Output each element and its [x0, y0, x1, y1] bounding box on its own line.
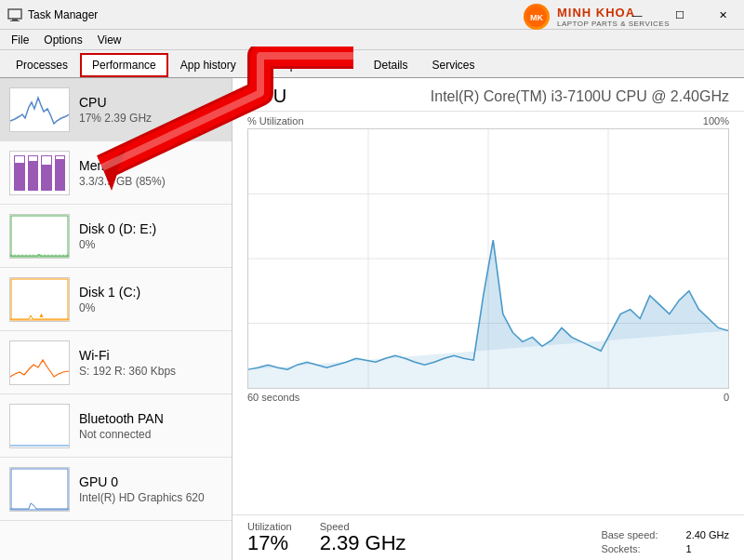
content-title: CPU [247, 86, 286, 107]
speed-label: Speed [320, 521, 406, 532]
sockets-value: 1 [686, 543, 729, 554]
content-subtitle: Intel(R) Core(TM) i3-7100U CPU @ 2.40GHz [431, 88, 729, 105]
stats-row: Utilization 17% Speed 2.39 GHz Base spee… [232, 514, 744, 560]
svg-rect-14 [10, 468, 69, 511]
sidebar-item-cpu[interactable]: CPU 17% 2.39 GHz [0, 78, 232, 141]
main-content: CPU 17% 2.39 GHz [0, 78, 744, 560]
bluetooth-name: Bluetooth PAN [79, 411, 164, 426]
title-bar: Task Manager MK MINH KHOA LAPTOP PARTS &… [0, 0, 744, 30]
tab-startup[interactable]: Startup [248, 53, 309, 77]
wifi-name: Wi-Fi [79, 348, 176, 363]
svg-rect-0 [8, 9, 21, 19]
title-bar-controls: — ☐ ✕ [616, 0, 744, 30]
menu-view[interactable]: View [90, 32, 129, 48]
gpu-name: GPU 0 [79, 474, 205, 489]
performance-content: CPU Intel(R) Core(TM) i3-7100U CPU @ 2.4… [232, 78, 744, 560]
svg-rect-2 [10, 20, 20, 21]
sidebar-item-disk1[interactable]: ▲ Disk 1 (C:) 0% [0, 268, 232, 331]
chart-time-left: 60 seconds [247, 392, 299, 403]
disk0-info: Disk 0 (D: E:) 0% [79, 221, 156, 251]
disk1-info: Disk 1 (C:) 0% [79, 285, 140, 314]
menu-options[interactable]: Options [36, 32, 89, 48]
gpu-detail: Intel(R) HD Graphics 620 [79, 491, 205, 504]
svg-rect-12 [10, 341, 69, 384]
sidebar: CPU 17% 2.39 GHz [0, 78, 232, 560]
gpu-info: GPU 0 Intel(R) HD Graphics 620 [79, 474, 205, 504]
disk1-detail: 0% [79, 301, 140, 314]
cpu-info: CPU 17% 2.39 GHz [79, 95, 152, 125]
tab-bar: Processes Performance App history Startu… [0, 50, 744, 78]
svg-text:MK: MK [530, 13, 543, 22]
sidebar-item-wifi[interactable]: Wi-Fi S: 192 R: 360 Kbps [0, 331, 232, 394]
disk1-thumbnail: ▲ [9, 277, 70, 322]
base-speed-value: 2.40 GHz [686, 529, 729, 540]
chart-area [247, 128, 729, 389]
content-header: CPU Intel(R) Core(TM) i3-7100U CPU @ 2.4… [232, 78, 744, 112]
stat-utilization: Utilization 17% [247, 521, 292, 554]
gpu-thumbnail [9, 467, 70, 512]
cpu-thumbnail [9, 87, 70, 132]
wifi-info: Wi-Fi S: 192 R: 360 Kbps [79, 348, 176, 378]
disk0-name: Disk 0 (D: E:) [79, 221, 156, 236]
disk0-thumbnail [9, 214, 70, 259]
utilization-value: 17% [247, 532, 292, 554]
svg-rect-5 [10, 88, 69, 131]
tab-details[interactable]: Details [362, 53, 420, 77]
chart-time-right: 0 [724, 392, 729, 403]
sidebar-item-memory[interactable]: Memory 3.3/3.9 GB (85%) [0, 141, 232, 205]
sockets-label: Sockets: [601, 543, 658, 554]
logo-circle: MK [524, 4, 550, 30]
maximize-button[interactable]: ☐ [658, 0, 701, 30]
tab-services[interactable]: Services [420, 53, 487, 77]
svg-text:▲: ▲ [38, 312, 45, 318]
utilization-label: Utilization [247, 521, 292, 532]
chart-bottom-labels: 60 seconds 0 [247, 392, 729, 403]
chart-max-label: 100% [703, 115, 729, 127]
close-button[interactable]: ✕ [701, 0, 744, 30]
wifi-detail: S: 192 R: 360 Kbps [79, 365, 176, 378]
wifi-thumbnail [9, 340, 70, 385]
title-bar-icon [7, 7, 22, 22]
memory-info: Memory 3.3/3.9 GB (85%) [79, 158, 166, 188]
bluetooth-info: Bluetooth PAN Not connected [79, 411, 164, 441]
cpu-name: CPU [79, 95, 152, 110]
tab-performance[interactable]: Performance [80, 53, 168, 77]
sidebar-item-gpu[interactable]: GPU 0 Intel(R) HD Graphics 620 [0, 458, 232, 521]
disk1-name: Disk 1 (C:) [79, 285, 140, 300]
right-stat-labels: Base speed: Sockets: [601, 521, 658, 554]
tab-processes[interactable]: Processes [4, 53, 80, 77]
right-stats: Base speed: Sockets: 2.40 GHz 1 [434, 521, 729, 554]
memory-name: Memory [79, 158, 166, 173]
tab-app-history[interactable]: App history [168, 53, 248, 77]
right-stat-values: 2.40 GHz 1 [686, 521, 729, 554]
stat-speed: Speed 2.39 GHz [320, 521, 406, 554]
speed-value: 2.39 GHz [320, 532, 406, 554]
memory-thumbnail [9, 151, 70, 195]
chart-y-label: % Utilization [247, 115, 304, 127]
minimize-button[interactable]: — [616, 0, 658, 30]
cpu-detail: 17% 2.39 GHz [79, 112, 152, 125]
bluetooth-thumbnail [9, 404, 70, 448]
menu-file[interactable]: File [4, 32, 36, 48]
sidebar-item-disk0[interactable]: Disk 0 (D: E:) 0% [0, 205, 232, 268]
chart-container: % Utilization 100% [232, 112, 744, 514]
svg-rect-13 [10, 405, 69, 447]
svg-rect-6 [10, 215, 69, 258]
menu-bar: File Options View [0, 30, 744, 50]
bluetooth-detail: Not connected [79, 428, 164, 441]
svg-rect-1 [12, 19, 18, 20]
sidebar-item-bluetooth[interactable]: Bluetooth PAN Not connected [0, 394, 232, 458]
memory-detail: 3.3/3.9 GB (85%) [79, 175, 166, 188]
base-speed-label: Base speed: [601, 529, 658, 540]
disk0-detail: 0% [79, 238, 156, 251]
chart-labels-top: % Utilization 100% [247, 115, 729, 127]
tab-users[interactable]: Users [308, 53, 361, 77]
